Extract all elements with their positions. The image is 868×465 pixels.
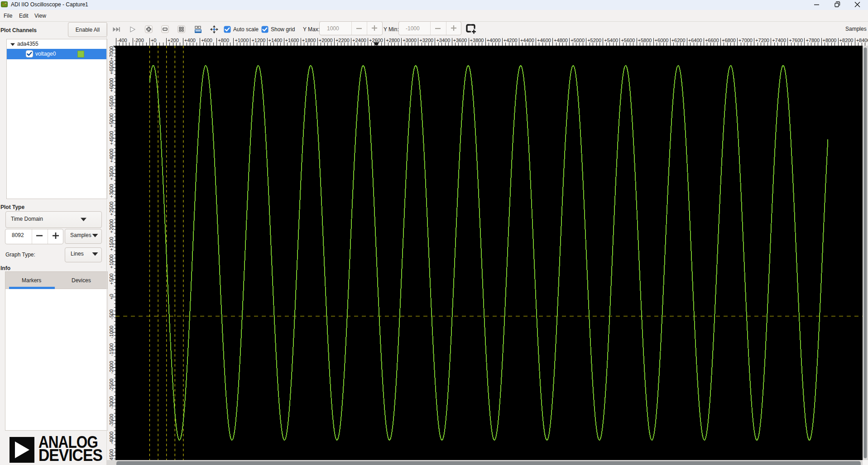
svg-text:+7200: +7200 [755,38,769,43]
svg-text:-2000: -2000 [109,361,114,374]
svg-text:+0: +0 [151,38,157,43]
svg-text:+8200: +8200 [839,38,854,43]
svg-text:+200: +200 [168,38,179,43]
svg-text:+1800: +1800 [302,38,316,43]
svg-text:+6600: +6600 [705,38,719,43]
svg-text:-400: -400 [117,38,127,43]
svg-text:-200: -200 [134,38,144,43]
svg-text:+5000: +5000 [571,38,585,43]
svg-text:+6800: +6800 [722,38,736,43]
svg-text:+3000: +3000 [109,184,114,198]
svg-text:+5600: +5600 [621,38,635,43]
svg-text:+2000: +2000 [109,219,114,233]
svg-text:+600: +600 [201,38,212,43]
svg-text:+7000: +7000 [109,46,114,60]
svg-text:+4200: +4200 [504,38,518,43]
svg-text:+7400: +7400 [772,38,786,43]
svg-text:+500: +500 [109,274,114,285]
svg-text:+0: +0 [109,294,114,300]
svg-text:+5000: +5000 [109,114,114,128]
svg-text:-1000: -1000 [109,326,114,338]
svg-text:+8000: +8000 [823,38,837,43]
svg-text:+2000: +2000 [319,38,333,43]
svg-text:+1000: +1000 [109,255,114,269]
svg-text:+1000: +1000 [235,38,249,43]
svg-text:+4400: +4400 [520,38,534,43]
svg-text:-500: -500 [109,309,114,319]
svg-text:+3400: +3400 [436,38,450,43]
svg-text:+3000: +3000 [403,38,417,43]
svg-text:+2400: +2400 [352,38,366,43]
svg-text:+4600: +4600 [537,38,551,43]
svg-text:+3200: +3200 [419,38,433,43]
svg-text:+8400: +8400 [856,38,868,43]
svg-text:+1500: +1500 [109,237,114,251]
svg-text:+2200: +2200 [336,38,350,43]
svg-text:+6200: +6200 [671,38,686,43]
svg-text:+7800: +7800 [806,38,820,43]
svg-text:+3800: +3800 [470,38,484,43]
svg-text:+4500: +4500 [109,131,114,145]
svg-text:+4800: +4800 [554,38,568,43]
svg-text:+800: +800 [218,38,229,43]
svg-text:+6000: +6000 [655,38,669,43]
svg-text:+400: +400 [184,38,196,43]
svg-text:+5500: +5500 [109,96,114,110]
svg-text:+1400: +1400 [269,38,283,43]
svg-text:+3600: +3600 [453,38,467,43]
svg-text:+1200: +1200 [251,38,265,43]
svg-text:-3500: -3500 [109,414,114,427]
svg-text:-4000: -4000 [109,432,114,444]
svg-text:+7600: +7600 [789,38,803,43]
svg-text:+4000: +4000 [487,38,501,43]
svg-text:+2600: +2600 [369,38,383,43]
svg-text:-1500: -1500 [109,343,114,356]
svg-text:+4000: +4000 [109,149,114,163]
svg-text:-2500: -2500 [109,379,114,391]
svg-text:-3000: -3000 [109,396,114,409]
svg-text:+3500: +3500 [109,166,114,180]
svg-text:+7000: +7000 [739,38,753,43]
svg-text:+5800: +5800 [638,38,652,43]
svg-text:+5400: +5400 [604,38,618,43]
svg-text:+1600: +1600 [285,38,299,43]
svg-text:+6500: +6500 [109,61,114,75]
svg-text:-4500: -4500 [109,449,114,462]
svg-text:+2800: +2800 [386,38,400,43]
svg-text:+6400: +6400 [688,38,702,43]
svg-text:+2500: +2500 [109,202,114,216]
svg-text:+6000: +6000 [109,78,114,92]
svg-text:+5200: +5200 [587,38,601,43]
